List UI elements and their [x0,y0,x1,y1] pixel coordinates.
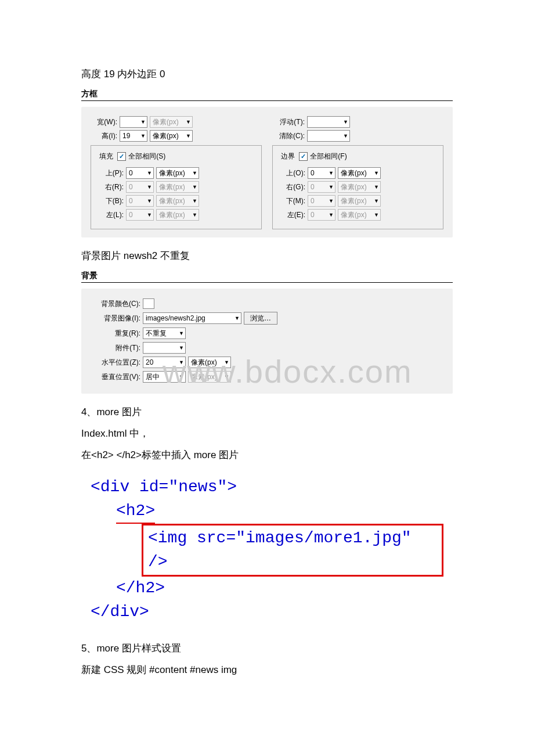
padding-left-combo: 0▼ [126,209,154,221]
checkbox-checked-icon: ✓ [117,152,126,161]
code-snippet: <div id="news"> <h2> <img src="images/mo… [81,470,453,632]
padding-bottom-label: 下(B): [97,196,124,206]
hpos-combo[interactable]: 20▼ [143,357,186,368]
padding-left-unit: 像素(px)▼ [156,209,199,221]
margin-bottom-label: 下(M): [279,196,305,206]
box-panel: 方框 宽(W): ▼ 像素(px)▼ 高(I): 19▼ 像素(px)▼ [81,89,453,237]
padding-top-unit[interactable]: 像素(px)▼ [156,167,199,179]
section5-line2: 新建 CSS 规则 #content #news img [81,663,453,676]
attach-label: 附件(T): [91,343,140,353]
margin-left-label: 左(E): [279,210,305,220]
padding-bottom-unit: 像素(px)▼ [156,195,199,207]
section4-line2: Index.html 中， [81,427,453,440]
hpos-label: 水平位置(Z): [91,358,140,368]
box-panel-title: 方框 [81,89,453,101]
same-all-f-checkbox[interactable]: ✓ 全部相同(F) [299,152,347,161]
heading-height-padding: 高度 19 内外边距 0 [81,67,453,81]
chevron-down-icon: ▼ [224,359,229,365]
chevron-down-icon: ▼ [179,345,184,351]
highlighted-code: <img src="images/more1.jpg" /> [142,524,443,577]
padding-bottom-combo: 0▼ [126,195,154,207]
same-all-f-label: 全部相同(F) [310,152,347,161]
bg-image-combo[interactable]: images/newsh2.jpg▼ [143,312,241,324]
bg-color-swatch[interactable] [143,298,154,309]
repeat-combo[interactable]: 不重复▼ [143,327,186,339]
height-combo[interactable]: 19▼ [120,130,147,142]
code-line: <div id="news"> [91,476,443,499]
bg-color-label: 背景颜色(C): [91,299,140,309]
same-all-s-label: 全部相同(S) [128,152,165,161]
browse-button[interactable]: 浏览… [244,312,277,325]
margin-legend: 边界 [279,152,297,161]
code-line: </h2> [91,577,443,600]
margin-top-combo[interactable]: 0▼ [308,167,335,179]
width-combo[interactable]: ▼ [120,116,147,128]
margin-bottom-combo: 0▼ [308,195,335,207]
margin-right-label: 右(G): [279,182,305,192]
margin-top-unit[interactable]: 像素(px)▼ [338,167,381,179]
padding-right-combo: 0▼ [126,181,154,193]
code-line: <img src="images/more1.jpg" /> [91,524,443,577]
padding-legend: 填充 [97,152,116,161]
bg-image-label: 背景图像(I): [91,314,140,323]
chevron-down-icon: ▼ [186,133,191,139]
margin-left-combo: 0▼ [308,209,335,221]
height-label: 高(I): [91,131,117,141]
section4-line3: 在<h2> </h2>标签中插入 more 图片 [81,448,453,462]
margin-bottom-unit: 像素(px)▼ [338,195,381,207]
padding-left-label: 左(L): [97,210,124,220]
chevron-down-icon: ▼ [179,374,184,380]
hpos-unit[interactable]: 像素(px)▼ [188,357,231,368]
code-line: </div> [91,600,443,624]
height-unit[interactable]: 像素(px)▼ [150,130,193,142]
padding-fieldset: 填充 ✓ 全部相同(S) 上(P): 0▼ 像素(px)▼ 右(R): 0 [91,145,262,229]
vpos-combo[interactable]: 居中▼ [143,371,186,383]
padding-top-combo[interactable]: 0▼ [126,167,154,179]
chevron-down-icon: ▼ [179,359,184,365]
chevron-down-icon: ▼ [147,170,152,176]
margin-fieldset: 边界 ✓ 全部相同(F) 上(O): 0▼ 像素(px)▼ 右(G): 0 [272,145,443,229]
margin-left-unit: 像素(px)▼ [338,209,381,221]
chevron-down-icon: ▼ [140,119,146,125]
width-unit: 像素(px)▼ [150,116,193,128]
chevron-down-icon: ▼ [329,170,334,176]
float-combo[interactable]: ▼ [307,116,350,128]
clear-combo[interactable]: ▼ [307,130,350,142]
chevron-down-icon: ▼ [343,133,348,139]
float-label: 浮动(T): [272,117,305,127]
margin-right-unit: 像素(px)▼ [338,181,381,193]
bg-panel-title: 背景 [81,271,453,283]
chevron-down-icon: ▼ [140,133,146,139]
code-line: <h2> [91,499,443,524]
margin-top-label: 上(O): [279,168,305,178]
vpos-unit: 像素(px)▼ [188,371,231,383]
section5-line1: 5、more 图片样式设置 [81,642,453,655]
same-all-s-checkbox[interactable]: ✓ 全部相同(S) [117,152,165,161]
chevron-down-icon: ▼ [374,170,379,176]
chevron-down-icon: ▼ [343,119,348,125]
vpos-label: 垂直位置(V): [91,372,140,382]
clear-label: 清除(C): [272,131,305,141]
bg-panel: 背景 www.bdocx.com 背景颜色(C): 背景图像(I): image… [81,271,453,394]
padding-right-label: 右(R): [97,182,124,192]
repeat-label: 重复(R): [91,329,140,339]
chevron-down-icon: ▼ [234,315,240,321]
section4-line1: 4、more 图片 [81,405,453,419]
checkbox-checked-icon: ✓ [299,152,308,161]
attach-combo[interactable]: ▼ [143,342,186,354]
margin-right-combo: 0▼ [308,181,335,193]
chevron-down-icon: ▼ [192,170,197,176]
heading-bg-image: 背景图片 newsh2 不重复 [81,249,453,262]
width-label: 宽(W): [91,117,117,127]
chevron-down-icon: ▼ [179,330,184,336]
padding-top-label: 上(P): [97,168,124,178]
padding-right-unit: 像素(px)▼ [156,181,199,193]
